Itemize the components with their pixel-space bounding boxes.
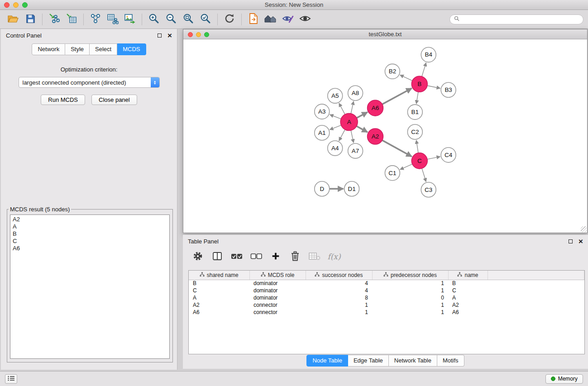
run-mcds-button[interactable]: Run MCDS	[41, 95, 85, 105]
node-C2[interactable]: C2	[407, 124, 422, 139]
node-B2[interactable]: B2	[385, 64, 400, 79]
tab-network[interactable]: Network	[32, 43, 65, 55]
select-all-button[interactable]	[229, 249, 244, 264]
float-table-panel-icon[interactable]	[569, 239, 573, 243]
close-table-panel-icon[interactable]: ×	[578, 238, 583, 245]
cell-name[interactable]: A2	[448, 301, 488, 309]
node-D[interactable]: D	[315, 181, 330, 196]
minimize-window-button[interactable]	[13, 2, 19, 8]
cell-predecessor-nodes[interactable]: 1	[372, 280, 448, 287]
edge-A-A1[interactable]	[330, 125, 341, 130]
fullscreen-window-button[interactable]	[22, 2, 28, 8]
export-image-button[interactable]	[121, 12, 139, 27]
app-titlebar[interactable]: Session: New Session	[0, 0, 588, 10]
node-B3[interactable]: B3	[441, 82, 456, 97]
cell-successor-nodes[interactable]: 4	[306, 280, 372, 287]
result-item[interactable]: A6	[10, 245, 169, 252]
column-header-name[interactable]: name	[448, 271, 488, 280]
float-panel-icon[interactable]	[158, 33, 162, 38]
cell-MCDS-role[interactable]: connector	[249, 301, 306, 309]
result-item[interactable]: A	[10, 223, 169, 230]
search-input[interactable]	[462, 16, 579, 23]
cell-name[interactable]: A	[448, 294, 488, 301]
cell-MCDS-role[interactable]: dominator	[249, 287, 306, 294]
node-B4[interactable]: B4	[421, 47, 436, 62]
zoom-in-button[interactable]	[145, 12, 163, 27]
edge-B-B3[interactable]	[427, 86, 440, 88]
save-session-button[interactable]	[22, 12, 39, 27]
node-A[interactable]: A	[340, 114, 358, 131]
table-row[interactable]: Adominator80A	[189, 294, 584, 301]
column-header-successor-nodes[interactable]: successor nodes	[306, 271, 372, 280]
node-C1[interactable]: C1	[385, 166, 400, 181]
node-C3[interactable]: C3	[421, 182, 436, 197]
edge-A2-C[interactable]	[382, 140, 411, 157]
close-panel-icon[interactable]: ×	[167, 32, 172, 39]
cell-successor-nodes[interactable]: 8	[306, 294, 372, 301]
edge-A-A4[interactable]	[339, 129, 345, 141]
cell-shared-name[interactable]: A2	[189, 301, 249, 309]
document-arrow-button[interactable]	[245, 12, 262, 27]
table-row[interactable]: A2connector11A2	[189, 301, 584, 309]
cell-predecessor-nodes[interactable]: 1	[372, 301, 448, 309]
edge-A-A3[interactable]	[330, 114, 341, 119]
cell-predecessor-nodes[interactable]: 1	[372, 309, 448, 316]
cell-name[interactable]: A6	[448, 309, 488, 316]
new-network-button[interactable]	[87, 12, 104, 27]
cell-predecessor-nodes[interactable]: 1	[372, 287, 448, 294]
cell-successor-nodes[interactable]: 4	[306, 287, 372, 294]
double-home-button[interactable]	[262, 12, 279, 27]
network-fullscreen-button[interactable]	[204, 32, 209, 37]
network-close-button[interactable]	[188, 32, 193, 37]
node-A4[interactable]: A4	[328, 141, 343, 156]
network-window[interactable]: testGlobe.txt B4B2BB3A8A5A6A3B1AC2A1A2A4…	[183, 29, 588, 233]
task-history-button[interactable]	[5, 374, 17, 384]
zoom-out-button[interactable]	[163, 12, 180, 27]
cell-name[interactable]: B	[448, 280, 488, 287]
cell-MCDS-role[interactable]: connector	[249, 309, 306, 316]
node-A7[interactable]: A7	[348, 143, 363, 158]
new-table-button[interactable]	[104, 12, 121, 27]
node-A6[interactable]: A6	[368, 100, 383, 116]
import-network-button[interactable]	[46, 12, 63, 27]
resize-grip[interactable]	[581, 226, 587, 232]
edge-B-B1[interactable]	[416, 92, 418, 104]
table-tab-motifs[interactable]: Motifs	[437, 355, 464, 367]
node-A1[interactable]: A1	[315, 125, 330, 140]
table-tab-edge-table[interactable]: Edge Table	[348, 355, 389, 367]
edge-C-C4[interactable]	[427, 157, 440, 159]
cell-MCDS-role[interactable]: dominator	[249, 294, 306, 301]
criterion-dropdown[interactable]: largest connected component (directed) ▲…	[19, 77, 160, 88]
delete-row-button[interactable]	[287, 249, 303, 264]
tab-mcds[interactable]: MCDS	[117, 43, 146, 55]
edge-B-B4[interactable]	[422, 63, 426, 77]
zoom-fit-button[interactable]	[180, 12, 197, 27]
result-item[interactable]: A2	[10, 216, 169, 223]
search-field[interactable]	[449, 14, 583, 24]
edge-A6-B[interactable]	[382, 88, 411, 104]
network-window-titlebar[interactable]: testGlobe.txt	[183, 29, 587, 39]
result-item[interactable]: B	[10, 230, 169, 238]
edge-C-C2[interactable]	[416, 140, 418, 153]
tab-select[interactable]: Select	[90, 43, 117, 55]
deselect-all-button[interactable]	[249, 249, 264, 264]
eye-button[interactable]	[296, 12, 314, 27]
node-A8[interactable]: A8	[348, 86, 363, 100]
edge-B-B2[interactable]	[400, 75, 412, 81]
table-row[interactable]: Cdominator41C	[189, 287, 584, 294]
table-row[interactable]: Bdominator41B	[189, 280, 584, 287]
node-A3[interactable]: A3	[315, 104, 330, 119]
edge-A-A5[interactable]	[339, 103, 345, 114]
network-minimize-button[interactable]	[196, 32, 201, 37]
edge-C-C1[interactable]	[400, 164, 412, 170]
mcds-result-list[interactable]: A2ABCA6	[10, 214, 170, 359]
close-window-button[interactable]	[4, 2, 10, 8]
column-header-shared-name[interactable]: shared name	[189, 271, 249, 280]
table-tab-network-table[interactable]: Network Table	[389, 355, 437, 367]
table-tab-node-table[interactable]: Node Table	[306, 355, 348, 367]
node-A2[interactable]: A2	[368, 129, 383, 144]
table-settings-button[interactable]	[190, 249, 206, 264]
cell-predecessor-nodes[interactable]: 0	[372, 294, 448, 301]
edge-A-A7[interactable]	[351, 130, 354, 143]
memory-button[interactable]: Memory	[545, 374, 583, 384]
